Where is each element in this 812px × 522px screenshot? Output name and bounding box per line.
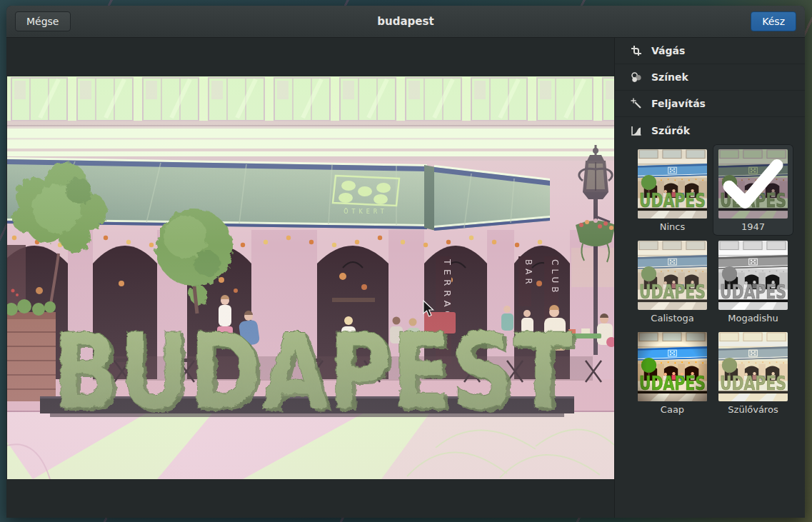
done-button[interactable]: Kész	[751, 11, 796, 31]
check-icon	[718, 149, 788, 219]
filter-option-caap[interactable]: Caap	[632, 327, 713, 418]
filter-label: Caap	[632, 404, 713, 416]
tool-label: Szűrők	[651, 125, 690, 136]
cancel-button[interactable]: Mégse	[15, 11, 71, 31]
filter-thumbnail	[638, 332, 707, 401]
edit-sidebar: Vágás Színek Feljavítás	[614, 38, 805, 518]
filter-thumbnail	[638, 241, 707, 310]
filter-label: 1947	[713, 221, 793, 233]
filter-label: Nincs	[632, 221, 713, 233]
filter-option-nincs[interactable]: Nincs	[632, 144, 713, 236]
tool-label: Feljavítás	[651, 98, 706, 109]
vignette-overlay	[638, 332, 707, 401]
tool-label: Vágás	[651, 45, 685, 56]
edited-photo: TERRACE BAR CLUB	[7, 76, 614, 479]
crop-icon	[631, 45, 642, 56]
photos-edit-window: budapest Mégse Kész	[6, 6, 805, 518]
filter-option-calistoga[interactable]: Calistoga	[632, 236, 713, 327]
photo-canvas: TERRACE BAR CLUB	[6, 38, 614, 518]
tool-enhance[interactable]: Feljavítás	[615, 91, 805, 117]
tool-filters[interactable]: Szűrők	[615, 117, 805, 144]
filter-thumbnail	[718, 332, 788, 401]
filter-label: Szülőváros	[713, 404, 793, 416]
budapest-photo-scene: TERRACE BAR CLUB	[7, 76, 614, 479]
mouse-cursor	[423, 300, 435, 318]
filter-thumbnail	[718, 241, 788, 310]
tool-label: Színek	[651, 71, 688, 83]
filter-option-szulovaros[interactable]: Szülőváros	[713, 327, 793, 418]
filter-label: Mogadishu	[713, 313, 793, 324]
tool-colors[interactable]: Színek	[615, 64, 805, 91]
filter-thumbnail	[718, 149, 788, 219]
enhance-icon	[631, 98, 642, 109]
filter-option-1947[interactable]: 1947	[713, 144, 793, 236]
filter-option-mogadishu[interactable]: Mogadishu	[713, 236, 793, 327]
filter-thumbnail	[638, 149, 707, 219]
filter-grid: Nincs 1947	[615, 144, 805, 418]
tool-crop[interactable]: Vágás	[615, 38, 805, 64]
headerbar: budapest Mégse Kész	[6, 6, 805, 38]
window-title: budapest	[6, 15, 805, 28]
colors-icon	[631, 71, 642, 83]
filter-label: Calistoga	[632, 313, 713, 324]
filters-icon	[631, 125, 642, 136]
